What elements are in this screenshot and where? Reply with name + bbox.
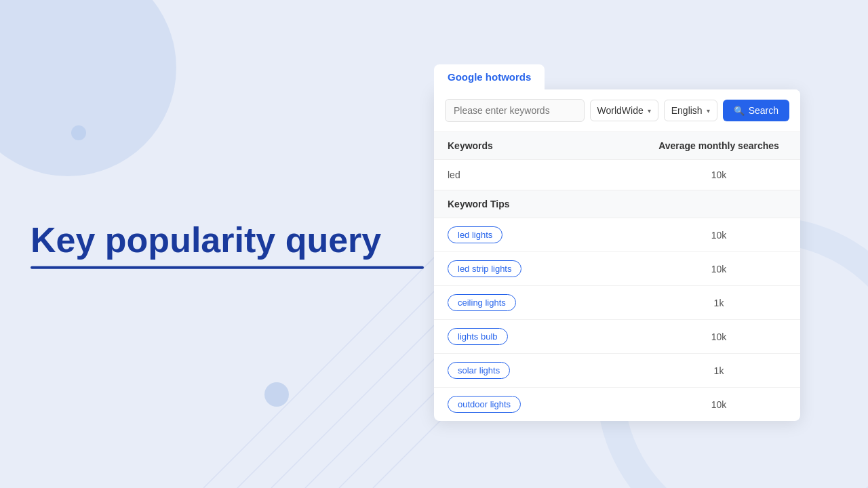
col-searches-header: Average monthly searches bbox=[651, 140, 787, 151]
tip-keyword-badge[interactable]: outdoor lights bbox=[448, 396, 521, 413]
col-keyword-header: Keywords bbox=[448, 140, 651, 151]
tip-row: led lights10k bbox=[434, 218, 800, 252]
main-keyword-count: 10k bbox=[651, 169, 787, 180]
search-bar: WorldWide ▾ English ▾ 🔍 Search bbox=[434, 89, 800, 132]
bg-circle-small-1 bbox=[71, 125, 86, 140]
language-label: English bbox=[671, 105, 703, 116]
tip-keyword-badge[interactable]: ceiling lights bbox=[448, 294, 516, 311]
hero-title: Key popularity query bbox=[31, 220, 381, 260]
tip-count: 1k bbox=[651, 365, 787, 376]
hero-section: Key popularity query bbox=[31, 219, 424, 269]
tip-keyword-badge[interactable]: led lights bbox=[448, 226, 502, 243]
tip-count: 10k bbox=[651, 331, 787, 342]
table-header: Keywords Average monthly searches bbox=[434, 132, 800, 160]
search-input[interactable] bbox=[445, 99, 585, 122]
tip-row: outdoor lights10k bbox=[434, 388, 800, 421]
tip-row: solar lights1k bbox=[434, 354, 800, 388]
tip-row: ceiling lights1k bbox=[434, 286, 800, 320]
hero-underline bbox=[31, 266, 424, 269]
tip-keyword-cell: outdoor lights bbox=[448, 396, 651, 413]
main-keyword-row: led 10k bbox=[434, 160, 800, 190]
search-button[interactable]: 🔍 Search bbox=[723, 100, 789, 121]
tip-count: 1k bbox=[651, 298, 787, 308]
tip-count: 10k bbox=[651, 264, 787, 274]
tip-row: lights bulb10k bbox=[434, 320, 800, 354]
tip-count: 10k bbox=[651, 230, 787, 241]
card-wrapper: Google hotwords WorldWide ▾ English ▾ 🔍 … bbox=[434, 64, 800, 421]
search-icon: 🔍 bbox=[734, 106, 745, 116]
main-card: WorldWide ▾ English ▾ 🔍 Search Keywords … bbox=[434, 89, 800, 421]
tip-keyword-badge[interactable]: led strip lights bbox=[448, 260, 521, 277]
tips-container: led lights10kled strip lights10kceiling … bbox=[434, 218, 800, 421]
language-dropdown[interactable]: English ▾ bbox=[664, 100, 717, 121]
tip-keyword-cell: solar lights bbox=[448, 362, 651, 379]
region-dropdown[interactable]: WorldWide ▾ bbox=[590, 100, 658, 121]
tip-keyword-cell: led lights bbox=[448, 226, 651, 243]
region-label: WorldWide bbox=[597, 105, 644, 116]
tip-row: led strip lights10k bbox=[434, 252, 800, 286]
tip-keyword-cell: ceiling lights bbox=[448, 294, 651, 311]
tip-keyword-cell: lights bulb bbox=[448, 328, 651, 345]
region-dropdown-arrow: ▾ bbox=[648, 107, 651, 115]
tip-keyword-cell: led strip lights bbox=[448, 260, 651, 277]
search-button-label: Search bbox=[749, 105, 778, 116]
tip-count: 10k bbox=[651, 399, 787, 410]
tip-keyword-badge[interactable]: lights bulb bbox=[448, 328, 508, 345]
main-keyword-text: led bbox=[448, 169, 651, 180]
keyword-tips-header: Keyword Tips bbox=[434, 190, 800, 218]
tip-keyword-badge[interactable]: solar lights bbox=[448, 362, 510, 379]
bg-circle-top-left bbox=[0, 0, 176, 176]
language-dropdown-arrow: ▾ bbox=[707, 107, 710, 115]
card-tab[interactable]: Google hotwords bbox=[434, 64, 545, 89]
